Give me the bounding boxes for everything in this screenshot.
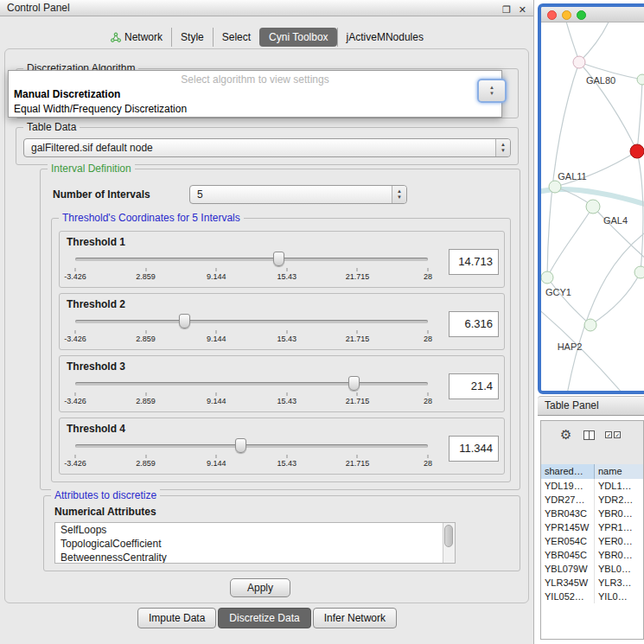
bottom-tab-impute-data[interactable]: Impute Data [137, 608, 216, 628]
network-node[interactable] [584, 319, 596, 331]
table-row[interactable]: YPR145WYPR1… [541, 520, 643, 534]
network-canvas[interactable]: GAL80GAL11GAL4GCY1HAP2 [541, 22, 644, 391]
network-node[interactable] [549, 181, 561, 193]
table-row[interactable]: YBR043CYBR0… [541, 507, 643, 520]
attribute-list-item[interactable]: SelfLoops [55, 523, 455, 537]
float-window-icon[interactable]: ❐ [502, 2, 511, 17]
attribute-list-item[interactable]: TopologicalCoefficient [55, 537, 455, 551]
table-cell-name[interactable]: YBL0… [595, 562, 643, 576]
network-node[interactable] [637, 74, 644, 85]
gear-icon[interactable]: ⚙ [560, 426, 571, 443]
selected-network-node[interactable] [630, 144, 644, 158]
number-of-intervals-combo[interactable]: 5 ▲ ▼ [189, 185, 407, 204]
slider-tick [428, 392, 429, 396]
zoom-traffic-light-icon[interactable] [577, 10, 586, 20]
table-row[interactable]: YBL079WYBL0… [541, 562, 643, 576]
slider-track[interactable] [75, 444, 428, 448]
attribute-list-item[interactable]: BetweennessCentrality [55, 551, 455, 564]
slider-tick [75, 455, 76, 458]
checkbox-icon[interactable]: ✓ [605, 431, 612, 438]
table-data-combo[interactable]: galFiltered.sif default node ▲ ▼ [23, 138, 511, 157]
column-header-shared-name[interactable]: shared… [541, 464, 595, 479]
number-of-intervals-label: Number of Intervals [53, 188, 150, 201]
slider-thumb[interactable] [273, 252, 284, 266]
table-cell-name[interactable]: YBR0… [595, 548, 643, 562]
algorithm-placeholder-option[interactable]: Select algorithm to view settings [9, 73, 501, 87]
threshold-slider[interactable]: -3.4262.8599.14415.4321.71528 [75, 249, 428, 284]
algorithm-option-1[interactable]: Manual Discretization [9, 87, 501, 102]
threshold-slider[interactable]: -3.4262.8599.14415.4321.71528 [75, 311, 428, 346]
close-traffic-light-icon[interactable] [547, 10, 557, 20]
slider-tick-label: 28 [424, 272, 432, 281]
threshold-value-field[interactable]: 6.316 [449, 311, 499, 337]
checkbox-icon[interactable]: ✓ [614, 431, 621, 438]
table-cell-shared-name[interactable]: YDR27… [541, 493, 595, 507]
table-cell-name[interactable]: YLR3… [595, 576, 643, 590]
table-data-combo-stepper[interactable]: ▲ ▼ [495, 139, 510, 156]
threshold-slider[interactable]: -3.4262.8599.14415.4321.71528 [75, 373, 428, 408]
attributes-scrollbar[interactable] [443, 523, 455, 563]
table-cell-shared-name[interactable]: YLR345W [541, 576, 595, 590]
table-cell-shared-name[interactable]: YBR045C [541, 548, 595, 562]
tab-network[interactable]: Network [102, 28, 171, 47]
tab-select[interactable]: Select [213, 28, 259, 47]
network-node[interactable] [573, 56, 585, 68]
network-node[interactable] [634, 266, 644, 278]
slider-track[interactable] [75, 258, 428, 261]
algorithm-combo-stepper[interactable]: ▲ ▼ [477, 79, 507, 103]
tab-cyni-toolbox[interactable]: Cyni Toolbox [259, 28, 336, 47]
tab-style[interactable]: Style [171, 28, 213, 47]
threshold-label: Threshold 2 [67, 298, 125, 310]
table-cell-shared-name[interactable]: YDL19… [541, 479, 595, 493]
bottom-tab-discretize-data[interactable]: Discretize Data [218, 608, 310, 628]
table-cell-shared-name[interactable]: YBL079W [541, 562, 595, 576]
network-view-window[interactable]: GAL80GAL11GAL4GCY1HAP2 [538, 3, 644, 394]
network-node[interactable] [586, 200, 600, 214]
bottom-tab-infer-network[interactable]: Infer Network [313, 608, 397, 628]
table-cell-shared-name[interactable]: YBR043C [541, 507, 595, 520]
columns-icon[interactable] [583, 430, 595, 440]
table-row[interactable]: YER054CYER0… [541, 534, 643, 548]
table-cell-name[interactable]: YER0… [595, 534, 643, 548]
slider-thumb[interactable] [179, 314, 190, 328]
tab-label: jActiveMNodules [347, 31, 424, 43]
close-window-icon[interactable]: ✕ [519, 2, 526, 17]
apply-button[interactable]: Apply [230, 578, 290, 597]
table-row[interactable]: YDL19…YDL1… [541, 479, 643, 493]
number-of-intervals-stepper[interactable]: ▲ ▼ [392, 186, 406, 203]
table-row[interactable]: YIL052…YIL0… [541, 590, 643, 603]
select-columns-icons[interactable]: ✓ ✓ [605, 431, 621, 438]
threshold-value-field[interactable]: 14.713 [449, 249, 499, 275]
table-panel-header[interactable]: Table Panel [538, 396, 644, 416]
minimize-traffic-light-icon[interactable] [562, 10, 571, 20]
network-window-titlebar[interactable] [541, 7, 644, 22]
table-cell-name[interactable]: YPR1… [595, 520, 643, 534]
column-header-name[interactable]: name [595, 464, 643, 479]
table-cell-shared-name[interactable]: YIL052… [541, 590, 595, 603]
algorithm-option-2[interactable]: Equal Width/Frequency Discretization [9, 102, 501, 117]
table-row[interactable]: YBR045CYBR0… [541, 548, 643, 562]
threshold-value-field[interactable]: 11.344 [449, 436, 499, 462]
table-cell-shared-name[interactable]: YPR145W [541, 520, 595, 534]
table-cell-name[interactable]: YDL1… [595, 479, 643, 493]
tab-jactivemnodules[interactable]: jActiveMNodules [337, 28, 432, 47]
numerical-attributes-list[interactable]: SelfLoopsTopologicalCoefficientBetweenne… [54, 522, 456, 564]
threshold-value-field[interactable]: 21.4 [449, 373, 499, 399]
table-cell-name[interactable]: YIL0… [595, 590, 643, 603]
table-cell-name[interactable]: YBR0… [595, 507, 643, 520]
slider-track[interactable] [75, 320, 428, 323]
slider-tick [286, 330, 287, 334]
slider-thumb[interactable] [348, 376, 360, 391]
attributes-scrollbar-thumb[interactable] [444, 525, 453, 547]
network-node[interactable] [541, 271, 553, 284]
table-cell-shared-name[interactable]: YER054C [541, 534, 595, 548]
table-row[interactable]: YDR27…YDR2… [541, 493, 643, 507]
table-row[interactable]: YLR345WYLR3… [541, 576, 643, 590]
control-panel-titlebar[interactable]: Control Panel ❐ ✕ [0, 0, 533, 16]
attributes-group: Attributes to discretize Numerical Attri… [43, 495, 520, 571]
slider-thumb[interactable] [235, 438, 246, 453]
threshold-slider[interactable]: -3.4262.8599.14415.4321.71528 [75, 436, 428, 470]
slider-track[interactable] [75, 382, 428, 386]
table-cell-name[interactable]: YDR2… [595, 493, 643, 507]
table-panel-window: ⚙ ✓ ✓ shared… name YDL19…YDL1…YDR27…YDR2… [540, 420, 644, 640]
